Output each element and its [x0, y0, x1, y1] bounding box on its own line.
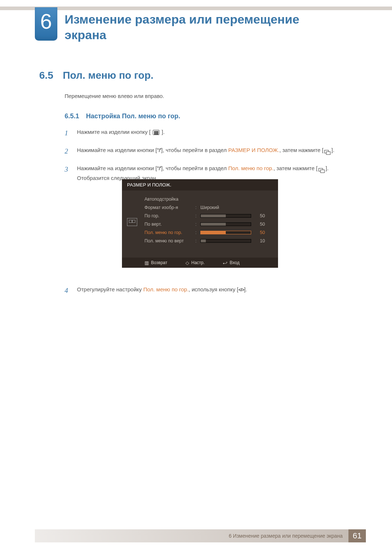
subsection-heading: 6.5.1 Настройка Пол. меню по гор. [65, 112, 180, 120]
step-number: 3 [65, 163, 70, 183]
text: Нажимайте на изделии кнопки [ [77, 147, 157, 153]
page-footer: 6 Изменение размера или перемещение экра… [35, 529, 366, 542]
menu-bars-icon: ▥ [144, 260, 149, 266]
label: Вход [230, 260, 240, 265]
osd-row-value: 10 [200, 238, 271, 243]
colon: : [195, 230, 200, 235]
slider-track [200, 214, 251, 218]
osd-row-label: Пол. меню по гор. [144, 230, 195, 235]
step-2: 2 Нажимайте на изделии кнопки [˄/˅], что… [65, 145, 352, 157]
left-right-icon: </> [238, 287, 244, 292]
menu-icon [153, 130, 159, 135]
highlight: Пол. меню по гор. [143, 286, 189, 292]
chapter-title: Изменение размера или перемещение экрана [65, 12, 340, 42]
label: Настр. [191, 260, 205, 265]
osd-footer-adjust: ◇Настр. [185, 260, 205, 266]
osd-row: Автоподстройка [144, 195, 271, 203]
step-text: Отрегулируйте настройку Пол. меню по гор… [77, 284, 247, 297]
osd-row-label: Автоподстройка [144, 197, 195, 202]
text: ], чтобы перейти в раздел [161, 147, 228, 153]
osd-row-value: Широкий [200, 205, 271, 210]
section-heading: 6.5 Пол. меню по гор. [39, 70, 154, 81]
slider-value: 50 [255, 222, 265, 227]
subsection-number: 6.5.1 [65, 112, 79, 120]
enter-arrow-icon: ⮐ [223, 260, 228, 266]
step-text: Нажмите на изделии кнопку [ ]. [77, 127, 165, 139]
slider-fill [201, 231, 226, 234]
step-number: 2 [65, 145, 70, 157]
text: Отрегулируйте настройку [77, 286, 143, 292]
osd-panel: РАЗМЕР И ПОЛОЖ. АвтоподстройкаФормат изо… [122, 179, 278, 268]
step-text: Нажимайте на изделии кнопки [˄/˅], чтобы… [77, 145, 334, 157]
colon: : [195, 205, 200, 210]
label: Возврат [151, 260, 167, 265]
step-number: 1 [65, 127, 70, 139]
osd-footer: ▥Возврат ◇Настр. ⮐Вход [122, 258, 278, 268]
page-number: 61 [348, 529, 366, 542]
slider-value: 50 [255, 213, 265, 218]
osd-row-label: Пол. меню по верт [144, 238, 195, 243]
top-decor-bar [0, 7, 392, 10]
colon: : [195, 222, 200, 227]
slider-fill [201, 239, 206, 242]
slider-track [200, 239, 251, 243]
enter-icon [318, 166, 325, 171]
section-title: Пол. меню по гор. [63, 70, 154, 81]
step-4: 4 Отрегулируйте настройку Пол. меню по г… [65, 284, 352, 297]
slider-value: 10 [255, 238, 265, 243]
osd-row-value: 50 [200, 230, 271, 235]
osd-row-label: Формат изобр-я [144, 205, 195, 210]
osd-row-value: 50 [200, 213, 271, 218]
osd-row: По гор.:50 [144, 212, 271, 220]
colon: : [195, 213, 200, 218]
osd-row: По верт.:50 [144, 220, 271, 228]
up-down-icon: ˄/˅ [157, 148, 161, 153]
slider-value: 50 [255, 230, 265, 235]
step-number: 4 [65, 284, 70, 297]
osd-footer-back: ▥Возврат [144, 260, 167, 266]
step-1: 1 Нажмите на изделии кнопку [ ]. [65, 127, 352, 139]
osd-row: Формат изобр-я:Широкий [144, 203, 271, 212]
enter-icon [324, 148, 331, 153]
osd-row-label: По гор. [144, 213, 195, 218]
highlight: РАЗМЕР И ПОЛОЖ. [228, 147, 279, 153]
osd-footer-enter: ⮐Вход [223, 260, 240, 266]
osd-row-value: 50 [200, 222, 271, 227]
osd-row-label: По верт. [144, 222, 195, 227]
text: ]. [244, 286, 247, 292]
up-down-icon: ˄/˅ [157, 166, 161, 171]
section-number: 6.5 [39, 70, 53, 81]
osd-body: АвтоподстройкаФормат изобр-я:ШирокийПо г… [122, 190, 278, 245]
text: , затем нажмите [ [279, 147, 323, 153]
text: , используя кнопку [ [189, 286, 238, 292]
osd-text-value: Широкий [200, 205, 219, 210]
svg-rect-3 [320, 170, 324, 173]
osd-row: Пол. меню по гор.:50 [144, 228, 271, 237]
section-intro: Перемещение меню влево или вправо. [65, 93, 164, 99]
osd-header: РАЗМЕР И ПОЛОЖ. [122, 179, 278, 190]
slider-track [200, 231, 251, 234]
colon: : [195, 238, 200, 243]
subsection-title: Настройка Пол. меню по гор. [86, 112, 180, 120]
highlight: Пол. меню по гор. [228, 165, 274, 171]
chapter-number-badge: 6 [35, 7, 57, 41]
text: ]. [331, 147, 334, 153]
slider-track [200, 222, 251, 226]
size-position-icon [127, 218, 137, 226]
slider-fill [201, 214, 226, 217]
text: Нажмите на изделии кнопку [ [77, 129, 151, 135]
svg-rect-1 [326, 152, 330, 155]
text: ], чтобы перейти в раздел [161, 165, 228, 171]
text: Нажимайте на изделии кнопки [ [77, 165, 157, 171]
text: , затем нажмите [ [274, 165, 318, 171]
footer-text: 6 Изменение размера или перемещение экра… [35, 529, 348, 542]
diamond-icon: ◇ [185, 260, 189, 266]
text: ]. [162, 129, 164, 135]
osd-row: Пол. меню по верт:10 [144, 237, 271, 245]
slider-fill [201, 223, 226, 226]
